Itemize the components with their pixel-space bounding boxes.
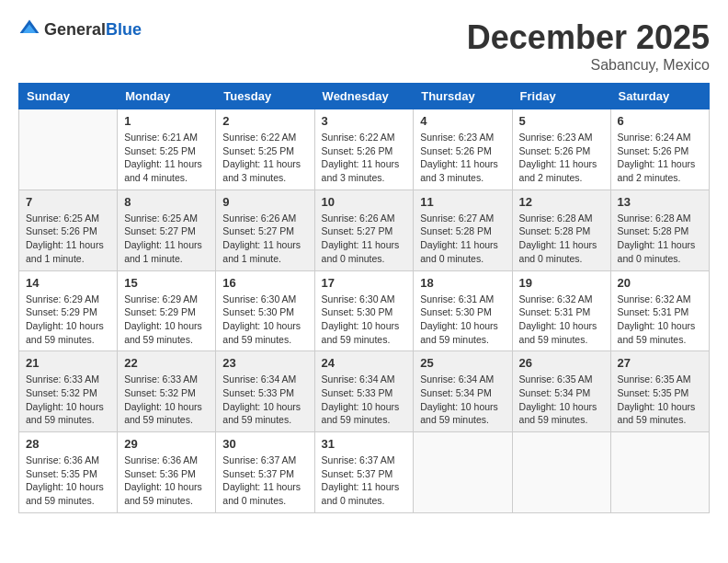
week-row-3: 14Sunrise: 6:29 AMSunset: 5:29 PMDayligh… — [19, 270, 710, 351]
day-info: Sunrise: 6:26 AMSunset: 5:27 PMDaylight:… — [222, 212, 307, 266]
day-number: 4 — [420, 114, 505, 128]
day-number: 15 — [124, 276, 209, 290]
table-row: 5Sunrise: 6:23 AMSunset: 5:26 PMDaylight… — [512, 109, 610, 190]
table-row: 25Sunrise: 6:34 AMSunset: 5:34 PMDayligh… — [414, 351, 512, 432]
calendar-table: Sunday Monday Tuesday Wednesday Thursday… — [18, 83, 710, 513]
day-number: 28 — [26, 437, 110, 451]
table-row: 18Sunrise: 6:31 AMSunset: 5:30 PMDayligh… — [414, 270, 512, 351]
day-number: 13 — [618, 195, 702, 209]
table-row: 23Sunrise: 6:34 AMSunset: 5:33 PMDayligh… — [216, 351, 314, 432]
day-number: 19 — [519, 276, 604, 290]
table-row: 10Sunrise: 6:26 AMSunset: 5:27 PMDayligh… — [314, 190, 414, 270]
day-info: Sunrise: 6:26 AMSunset: 5:27 PMDaylight:… — [322, 212, 407, 266]
week-row-5: 28Sunrise: 6:36 AMSunset: 5:35 PMDayligh… — [19, 432, 710, 513]
table-row — [414, 432, 512, 513]
table-row: 24Sunrise: 6:34 AMSunset: 5:33 PMDayligh… — [314, 351, 414, 432]
table-row — [610, 432, 709, 513]
day-info: Sunrise: 6:22 AMSunset: 5:25 PMDaylight:… — [222, 131, 307, 185]
day-number: 29 — [124, 437, 209, 451]
table-row: 3Sunrise: 6:22 AMSunset: 5:26 PMDaylight… — [314, 109, 414, 190]
day-number: 3 — [322, 114, 407, 128]
day-info: Sunrise: 6:36 AMSunset: 5:35 PMDaylight:… — [26, 454, 110, 508]
day-info: Sunrise: 6:34 AMSunset: 5:34 PMDaylight:… — [420, 373, 505, 427]
day-number: 30 — [222, 437, 307, 451]
location: Sabancuy, Mexico — [467, 57, 710, 74]
table-row: 22Sunrise: 6:33 AMSunset: 5:32 PMDayligh… — [118, 351, 216, 432]
day-number: 2 — [222, 114, 307, 128]
table-row: 31Sunrise: 6:37 AMSunset: 5:37 PMDayligh… — [314, 432, 414, 513]
day-number: 23 — [222, 356, 307, 370]
day-info: Sunrise: 6:22 AMSunset: 5:26 PMDaylight:… — [322, 131, 407, 185]
col-tuesday: Tuesday — [216, 84, 314, 109]
day-info: Sunrise: 6:27 AMSunset: 5:28 PMDaylight:… — [420, 212, 505, 266]
table-row: 9Sunrise: 6:26 AMSunset: 5:27 PMDaylight… — [216, 190, 314, 270]
table-row: 4Sunrise: 6:23 AMSunset: 5:26 PMDaylight… — [414, 109, 512, 190]
day-info: Sunrise: 6:24 AMSunset: 5:26 PMDaylight:… — [618, 131, 702, 185]
day-info: Sunrise: 6:33 AMSunset: 5:32 PMDaylight:… — [26, 373, 110, 427]
day-number: 14 — [26, 276, 110, 290]
day-info: Sunrise: 6:32 AMSunset: 5:31 PMDaylight:… — [618, 293, 702, 347]
month-title: December 2025 — [467, 18, 710, 57]
day-number: 8 — [124, 195, 209, 209]
day-number: 6 — [618, 114, 702, 128]
day-info: Sunrise: 6:31 AMSunset: 5:30 PMDaylight:… — [420, 293, 505, 347]
day-info: Sunrise: 6:30 AMSunset: 5:30 PMDaylight:… — [222, 293, 307, 347]
col-saturday: Saturday — [610, 84, 709, 109]
day-number: 7 — [26, 195, 110, 209]
table-row: 26Sunrise: 6:35 AMSunset: 5:34 PMDayligh… — [512, 351, 610, 432]
week-row-2: 7Sunrise: 6:25 AMSunset: 5:26 PMDaylight… — [19, 190, 710, 270]
day-number: 18 — [420, 276, 505, 290]
logo-text: GeneralBlue — [44, 20, 142, 40]
table-row — [19, 109, 118, 190]
day-info: Sunrise: 6:32 AMSunset: 5:31 PMDaylight:… — [519, 293, 604, 347]
table-row: 6Sunrise: 6:24 AMSunset: 5:26 PMDaylight… — [610, 109, 709, 190]
day-number: 25 — [420, 356, 505, 370]
logo-blue: Blue — [106, 20, 142, 39]
title-area: December 2025 Sabancuy, Mexico — [467, 18, 710, 74]
day-info: Sunrise: 6:25 AMSunset: 5:27 PMDaylight:… — [124, 212, 209, 266]
col-friday: Friday — [512, 84, 610, 109]
table-row: 29Sunrise: 6:36 AMSunset: 5:36 PMDayligh… — [118, 432, 216, 513]
day-info: Sunrise: 6:30 AMSunset: 5:30 PMDaylight:… — [322, 293, 407, 347]
table-row: 12Sunrise: 6:28 AMSunset: 5:28 PMDayligh… — [512, 190, 610, 270]
table-row: 20Sunrise: 6:32 AMSunset: 5:31 PMDayligh… — [610, 270, 709, 351]
day-info: Sunrise: 6:29 AMSunset: 5:29 PMDaylight:… — [124, 293, 209, 347]
day-number: 11 — [420, 195, 505, 209]
day-info: Sunrise: 6:37 AMSunset: 5:37 PMDaylight:… — [322, 454, 407, 508]
day-info: Sunrise: 6:21 AMSunset: 5:25 PMDaylight:… — [124, 131, 209, 185]
page-header: GeneralBlue December 2025 Sabancuy, Mexi… — [18, 18, 710, 74]
day-info: Sunrise: 6:23 AMSunset: 5:26 PMDaylight:… — [420, 131, 505, 185]
col-thursday: Thursday — [414, 84, 512, 109]
day-info: Sunrise: 6:34 AMSunset: 5:33 PMDaylight:… — [322, 373, 407, 427]
table-row: 15Sunrise: 6:29 AMSunset: 5:29 PMDayligh… — [118, 270, 216, 351]
day-info: Sunrise: 6:35 AMSunset: 5:34 PMDaylight:… — [519, 373, 604, 427]
col-wednesday: Wednesday — [314, 84, 414, 109]
col-monday: Monday — [118, 84, 216, 109]
table-row: 19Sunrise: 6:32 AMSunset: 5:31 PMDayligh… — [512, 270, 610, 351]
day-number: 17 — [322, 276, 407, 290]
day-number: 10 — [322, 195, 407, 209]
day-number: 20 — [618, 276, 702, 290]
calendar-header-row: Sunday Monday Tuesday Wednesday Thursday… — [19, 84, 710, 109]
day-info: Sunrise: 6:28 AMSunset: 5:28 PMDaylight:… — [519, 212, 604, 266]
table-row: 11Sunrise: 6:27 AMSunset: 5:28 PMDayligh… — [414, 190, 512, 270]
day-number: 16 — [222, 276, 307, 290]
table-row: 14Sunrise: 6:29 AMSunset: 5:29 PMDayligh… — [19, 270, 118, 351]
table-row: 21Sunrise: 6:33 AMSunset: 5:32 PMDayligh… — [19, 351, 118, 432]
day-info: Sunrise: 6:37 AMSunset: 5:37 PMDaylight:… — [222, 454, 307, 508]
table-row: 7Sunrise: 6:25 AMSunset: 5:26 PMDaylight… — [19, 190, 118, 270]
day-number: 24 — [322, 356, 407, 370]
logo-general: General — [44, 20, 106, 39]
table-row: 13Sunrise: 6:28 AMSunset: 5:28 PMDayligh… — [610, 190, 709, 270]
table-row: 30Sunrise: 6:37 AMSunset: 5:37 PMDayligh… — [216, 432, 314, 513]
day-number: 21 — [26, 356, 110, 370]
day-info: Sunrise: 6:25 AMSunset: 5:26 PMDaylight:… — [26, 212, 110, 266]
day-info: Sunrise: 6:29 AMSunset: 5:29 PMDaylight:… — [26, 293, 110, 347]
table-row: 8Sunrise: 6:25 AMSunset: 5:27 PMDaylight… — [118, 190, 216, 270]
day-info: Sunrise: 6:28 AMSunset: 5:28 PMDaylight:… — [618, 212, 702, 266]
logo: GeneralBlue — [18, 18, 142, 40]
day-number: 9 — [222, 195, 307, 209]
table-row — [512, 432, 610, 513]
week-row-1: 1Sunrise: 6:21 AMSunset: 5:25 PMDaylight… — [19, 109, 710, 190]
day-info: Sunrise: 6:34 AMSunset: 5:33 PMDaylight:… — [222, 373, 307, 427]
